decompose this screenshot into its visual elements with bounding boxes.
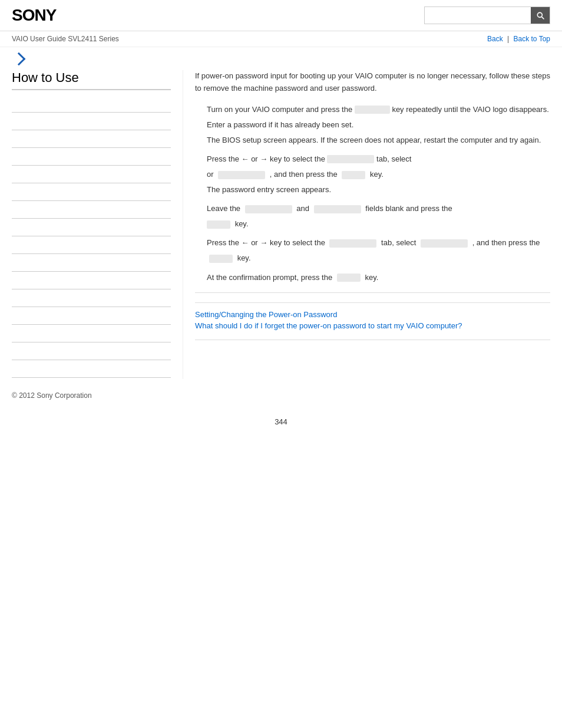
sidebar-item[interactable] <box>12 167 171 183</box>
sidebar-item[interactable] <box>12 131 171 148</box>
sidebar: How to Use <box>12 70 183 379</box>
step-2: Press the ← or → key to select the tab, … <box>207 153 550 196</box>
content-intro: If power-on password input for booting u… <box>195 70 550 95</box>
sidebar-item[interactable] <box>12 326 171 342</box>
sidebar-item[interactable] <box>12 202 171 219</box>
key-placeholder <box>245 205 292 213</box>
key-placeholder <box>327 155 374 163</box>
breadcrumb-area <box>0 47 562 70</box>
main-layout: How to Use If power-on password input fo… <box>0 70 562 379</box>
related-links: Setting/Changing the Power-on Password W… <box>195 302 550 340</box>
key-placeholder <box>421 239 468 248</box>
key-placeholder <box>314 205 361 213</box>
step1-line3: The BIOS setup screen appears. If the sc… <box>207 134 550 147</box>
sidebar-item[interactable] <box>12 96 171 113</box>
key-placeholder <box>355 106 390 114</box>
section-divider <box>195 292 550 293</box>
search-input[interactable] <box>425 7 531 24</box>
sidebar-item[interactable] <box>12 185 171 201</box>
related-link-1[interactable]: Setting/Changing the Power-on Password <box>195 310 550 319</box>
nav-links: Back | Back to Top <box>487 35 550 43</box>
step1-line1: Turn on your VAIO computer and press the… <box>207 103 550 116</box>
step3-line1: Leave the and fields blank and press the <box>207 202 550 215</box>
sidebar-item[interactable] <box>12 308 171 325</box>
sidebar-item[interactable] <box>12 361 171 378</box>
nav-separator: | <box>507 35 509 43</box>
sidebar-title: How to Use <box>12 70 171 90</box>
step2-line2: or , and then press the key. <box>207 168 550 181</box>
search-button[interactable] <box>531 7 550 24</box>
sidebar-item[interactable] <box>12 344 171 360</box>
nav-bar: VAIO User Guide SVL2411 Series Back | Ba… <box>0 31 562 47</box>
sidebar-item[interactable] <box>12 114 171 130</box>
step-5: At the confirmation prompt, press the ke… <box>207 271 550 284</box>
sidebar-item[interactable] <box>12 255 171 272</box>
footer: © 2012 Sony Corporation <box>0 379 562 406</box>
key-placeholder <box>207 220 230 229</box>
page-header: SONY <box>0 0 562 31</box>
sidebar-item[interactable] <box>12 273 171 289</box>
sony-logo: SONY <box>12 6 56 25</box>
page-number: 344 <box>0 406 562 438</box>
step3-line2: key. <box>207 218 550 230</box>
content-area: If power-on password input for booting u… <box>183 70 550 379</box>
step4-line1: Press the ← or → key to select the tab, … <box>207 236 550 249</box>
step-1: Turn on your VAIO computer and press the… <box>207 103 550 147</box>
step1-line2: Enter a password if it has already been … <box>207 118 550 131</box>
step-4: Press the ← or → key to select the tab, … <box>207 236 550 265</box>
key-placeholder <box>342 171 365 179</box>
key-placeholder <box>337 274 361 282</box>
sidebar-item[interactable] <box>12 291 171 307</box>
sidebar-item[interactable] <box>12 220 171 236</box>
chevron-right-icon <box>12 52 26 66</box>
step4-line2: key. <box>207 252 550 265</box>
key-placeholder <box>209 255 233 263</box>
step2-line3: The password entry screen appears. <box>207 183 550 196</box>
search-box <box>424 6 550 24</box>
sidebar-item[interactable] <box>12 149 171 166</box>
copyright: © 2012 Sony Corporation <box>12 391 92 400</box>
step2-line1: Press the ← or → key to select the tab, … <box>207 153 550 166</box>
step5-line1: At the confirmation prompt, press the ke… <box>207 271 550 284</box>
guide-title: VAIO User Guide SVL2411 Series <box>12 35 119 43</box>
back-to-top-link[interactable]: Back to Top <box>514 35 550 43</box>
sidebar-item[interactable] <box>12 238 171 254</box>
key-placeholder <box>218 171 265 179</box>
key-placeholder <box>329 239 376 248</box>
related-link-2[interactable]: What should I do if I forget the power-o… <box>195 321 550 330</box>
step-3: Leave the and fields blank and press the… <box>207 202 550 230</box>
back-link[interactable]: Back <box>487 35 503 43</box>
search-icon <box>535 11 545 20</box>
